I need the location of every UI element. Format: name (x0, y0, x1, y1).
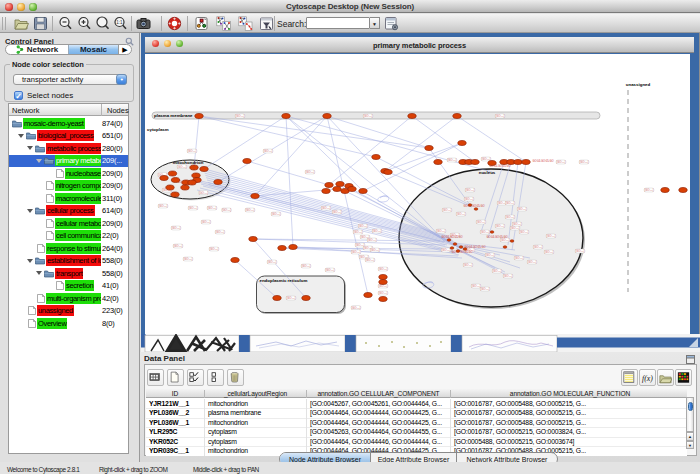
network-node-small[interactable] (503, 246, 507, 249)
network-window-titlebar[interactable]: primary metabolic process (145, 37, 694, 53)
destroy-view-button[interactable] (259, 16, 274, 31)
table-cell[interactable]: [GO:0044464, GO:0044444, GO:0044425, G..… (307, 408, 451, 418)
expand-triangle-icon[interactable] (27, 146, 33, 150)
help-lifebuoy-button[interactable] (167, 16, 182, 31)
network-node[interactable] (171, 192, 179, 197)
scroll-down-button[interactable]: ▼ (686, 441, 694, 450)
settings-button[interactable] (384, 16, 399, 31)
select-all-attributes-button[interactable] (187, 369, 204, 386)
expand-triangle-icon[interactable] (18, 134, 24, 138)
table-cell[interactable]: [GO:0045263, GO:0044464, GO:0044455, G..… (307, 427, 451, 437)
network-node-small[interactable] (468, 204, 472, 207)
tree-row[interactable]: macromolecule311(0) (9, 192, 128, 205)
table-cell[interactable]: [GO:0044464, GO:0044444, GO:0044425, G..… (307, 418, 451, 428)
network-node[interactable] (188, 180, 196, 185)
network-node[interactable] (458, 141, 466, 146)
table-cell[interactable]: [GO:0016787, GO:0005215, GO:0003824, G..… (451, 427, 687, 437)
network-node[interactable] (166, 185, 174, 190)
tree-row[interactable]: nucleobase-209(0) (9, 167, 128, 180)
network-node[interactable] (302, 296, 310, 301)
table-cell[interactable]: YKR052C (146, 437, 205, 447)
network-node[interactable] (434, 160, 442, 165)
tree-row[interactable]: cell communicat22(0) (9, 230, 128, 243)
attribute-list-button[interactable] (621, 369, 638, 386)
table-cell[interactable]: YPL036W__1 (146, 418, 205, 428)
network-node[interactable] (278, 246, 286, 251)
network-node-small[interactable] (490, 231, 494, 234)
network-node-small[interactable] (463, 248, 467, 251)
attribute-table[interactable]: ID_cellularLayoutRegionannotation.GO CEL… (146, 389, 687, 456)
network-node[interactable] (249, 237, 257, 242)
network-node[interactable] (168, 171, 176, 176)
zoom-fit-button[interactable] (95, 16, 110, 31)
tree-row[interactable]: metabolic process280(0) (9, 142, 128, 155)
search-input[interactable] (306, 17, 370, 29)
table-cell[interactable]: [GO:0045267, GO:0045261, GO:0044464, G..… (307, 399, 451, 409)
data-panel-float-icon[interactable] (686, 355, 695, 364)
network-node-small[interactable] (456, 250, 460, 253)
network-node[interactable] (282, 114, 290, 119)
table-cell[interactable]: mitochondrion (205, 418, 307, 428)
snapshot-button[interactable] (136, 16, 151, 31)
tree-row[interactable]: Overview8(0) (9, 317, 128, 330)
scroll-up-button[interactable]: ▲ (686, 432, 694, 441)
tree-row[interactable]: primary metabol209(... (9, 155, 128, 168)
tree-row[interactable]: secretion41(0) (9, 280, 128, 293)
network-node[interactable] (243, 159, 251, 164)
network-node[interactable] (379, 280, 387, 285)
new-attribute-button[interactable] (167, 369, 184, 386)
tree-row[interactable]: nitrogen compo209(0) (9, 180, 128, 193)
delete-attribute-button[interactable] (227, 369, 244, 386)
network-node[interactable] (348, 187, 356, 192)
copy-view-button[interactable] (216, 16, 231, 31)
network-overview-button[interactable] (194, 16, 209, 31)
network-node[interactable] (522, 160, 530, 165)
network-node[interactable] (214, 180, 222, 185)
table-cell[interactable]: YJR121W__1 (146, 399, 205, 409)
table-cell[interactable]: plasma membrane (205, 408, 307, 418)
network-node[interactable] (359, 189, 367, 194)
column-header[interactable]: ID (146, 390, 205, 398)
network-node[interactable] (200, 167, 208, 172)
table-cell[interactable]: [GO:0016787, GO:0005488, GO:0005215, G..… (451, 418, 687, 428)
expand-triangle-icon[interactable] (36, 159, 42, 163)
tab-mosaic[interactable]: Mosaic (68, 45, 118, 54)
network-node[interactable] (323, 114, 331, 119)
tree-row[interactable]: unassigned223(0) (9, 305, 128, 318)
network-node-small[interactable] (450, 247, 454, 250)
network-node[interactable] (325, 183, 333, 188)
table-scrollbar[interactable] (686, 397, 694, 432)
network-node[interactable] (190, 165, 198, 170)
expand-triangle-icon[interactable] (36, 271, 42, 275)
network-node[interactable] (379, 275, 387, 280)
scrollbar-thumb[interactable] (688, 402, 693, 411)
network-node[interactable] (160, 176, 168, 181)
network-node-small[interactable] (459, 246, 463, 249)
network-node-small[interactable] (510, 240, 514, 243)
network-node[interactable] (514, 160, 522, 165)
tree-row[interactable]: response to stimul264(0) (9, 242, 128, 255)
network-node[interactable] (336, 182, 344, 187)
save-session-button[interactable] (33, 16, 48, 31)
network-node[interactable] (661, 188, 669, 193)
column-header[interactable]: annotation.GO MOLECULAR_FUNCTION (451, 390, 687, 398)
network-node[interactable] (251, 194, 259, 199)
table-cell[interactable]: YLR295C (146, 427, 205, 437)
node-color-dropdown[interactable]: transporter activity (13, 74, 127, 85)
open-file-button[interactable] (14, 16, 29, 31)
table-cell[interactable]: [GO:0016787, GO:0005488, GO:0005215, G..… (451, 408, 687, 418)
copy-network-button[interactable] (238, 16, 253, 31)
table-cell[interactable]: [GO:0016787, GO:0005488, GO:0005215, G..… (451, 399, 687, 409)
tree-row[interactable]: multi-organism pro42(0) (9, 292, 128, 305)
tree-row[interactable]: establishment of lo558(0) (9, 255, 128, 268)
tree-row[interactable]: cellular metabo209(0) (9, 217, 128, 230)
network-node[interactable] (372, 155, 380, 160)
table-cell[interactable]: [GO:0044464, GO:0044446, GO:0044444, G..… (307, 437, 451, 447)
tree-row[interactable]: cellular process614(0) (9, 205, 128, 218)
network-node[interactable] (379, 297, 387, 302)
heatmap-view-button[interactable] (675, 369, 692, 386)
search-dropdown-button[interactable]: ▼ (370, 17, 380, 29)
table-cell[interactable]: cytoplasm (205, 427, 307, 437)
network-node[interactable] (171, 178, 179, 183)
plasma-membrane-region[interactable] (152, 112, 600, 119)
